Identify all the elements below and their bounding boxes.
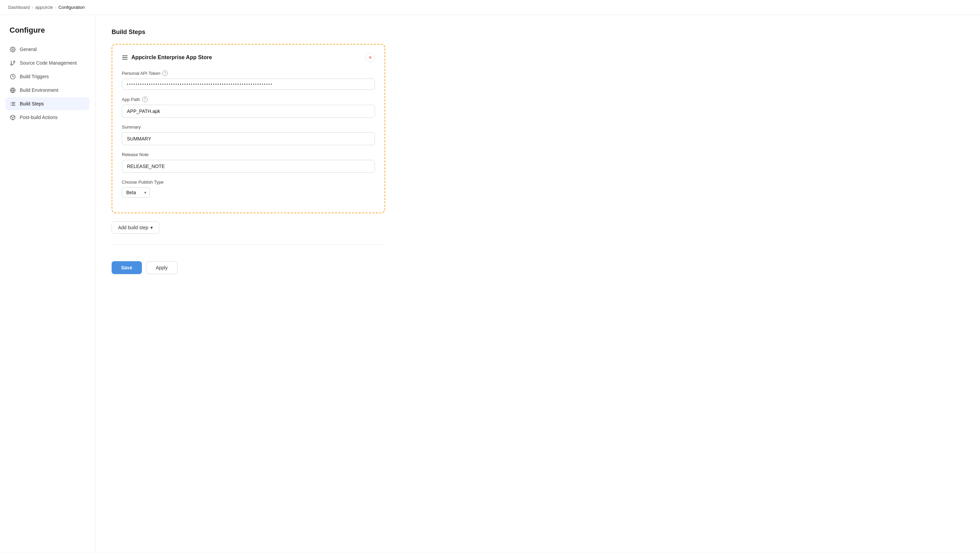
publish-type-select[interactable]: Beta Live Alpha — [122, 188, 150, 198]
bottom-section: Save Apply — [111, 245, 385, 274]
action-buttons: Save Apply — [111, 261, 385, 274]
close-icon: × — [369, 55, 372, 60]
sidebar-item-post-build[interactable]: Post-build Actions — [5, 111, 89, 124]
branch-icon — [10, 60, 16, 66]
breadcrumb-appcircle[interactable]: appcircle — [35, 5, 53, 10]
close-card-button[interactable]: × — [366, 53, 375, 62]
sidebar-title: Configure — [5, 26, 89, 43]
breadcrumb-sep-1: › — [32, 5, 33, 10]
globe-icon — [10, 87, 16, 93]
sidebar-item-build-environment[interactable]: Build Environment — [5, 84, 89, 97]
build-step-card: Appcircle Enterprise App Store × Persona… — [111, 44, 385, 213]
breadcrumb-dashboard[interactable]: Dashboard — [8, 5, 30, 10]
release-note-group: Release Note — [122, 152, 375, 173]
add-build-step-button[interactable]: Add build step ▾ — [111, 221, 159, 234]
personal-api-token-help-icon[interactable]: ? — [162, 70, 168, 76]
sidebar-item-build-triggers-label: Build Triggers — [20, 74, 49, 79]
sidebar-item-build-triggers[interactable]: Build Triggers — [5, 70, 89, 83]
save-button[interactable]: Save — [111, 261, 142, 274]
section-title: Build Steps — [111, 29, 385, 36]
chevron-down-icon: ▾ — [150, 225, 153, 230]
sidebar-item-post-build-label: Post-build Actions — [20, 114, 57, 120]
sidebar-item-build-environment-label: Build Environment — [20, 87, 59, 93]
publish-type-group: Choose Publish Type Beta Live Alpha ▾ — [122, 180, 375, 198]
breadcrumb: Dashboard › appcircle › Configuration — [0, 0, 980, 15]
list-icon — [10, 101, 16, 107]
summary-group: Summary — [122, 124, 375, 145]
sidebar-item-source-code[interactable]: Source Code Management — [5, 56, 89, 69]
summary-label: Summary — [122, 124, 375, 130]
app-path-label: App Path ? — [122, 97, 375, 102]
app-path-input[interactable] — [122, 105, 375, 118]
card-title: Appcircle Enterprise App Store — [131, 54, 212, 60]
breadcrumb-configuration: Configuration — [59, 5, 85, 10]
personal-api-token-label: Personal API Token ? — [122, 70, 375, 76]
release-note-label: Release Note — [122, 152, 375, 157]
main-layout: Configure General Source Code M — [0, 15, 980, 553]
sidebar-item-build-steps-label: Build Steps — [20, 101, 44, 106]
personal-api-token-group: Personal API Token ? — [122, 70, 375, 90]
app-path-group: App Path ? — [122, 97, 375, 118]
publish-type-select-wrapper: Beta Live Alpha ▾ — [122, 188, 150, 198]
sidebar-item-source-code-label: Source Code Management — [20, 60, 76, 66]
gear-icon — [10, 46, 16, 52]
personal-api-token-input[interactable] — [122, 79, 375, 90]
card-header: Appcircle Enterprise App Store × — [122, 53, 375, 62]
apply-button[interactable]: Apply — [146, 261, 178, 274]
drag-handle-icon — [122, 54, 128, 60]
sidebar-item-build-steps[interactable]: Build Steps — [5, 97, 89, 110]
add-build-step-label: Add build step — [118, 225, 148, 230]
clock-icon — [10, 73, 16, 79]
sidebar-item-general-label: General — [20, 47, 37, 52]
release-note-input[interactable] — [122, 160, 375, 173]
summary-input[interactable] — [122, 132, 375, 145]
sidebar-item-general[interactable]: General — [5, 43, 89, 56]
publish-type-label: Choose Publish Type — [122, 180, 375, 185]
svg-point-0 — [12, 49, 13, 50]
breadcrumb-sep-2: › — [55, 5, 56, 10]
card-header-left: Appcircle Enterprise App Store — [122, 54, 212, 60]
main-content: Build Steps Appcircle Enterprise App Sto… — [95, 15, 401, 553]
sidebar: Configure General Source Code M — [0, 15, 95, 553]
box-icon — [10, 114, 16, 121]
app-path-help-icon[interactable]: ? — [142, 97, 148, 102]
